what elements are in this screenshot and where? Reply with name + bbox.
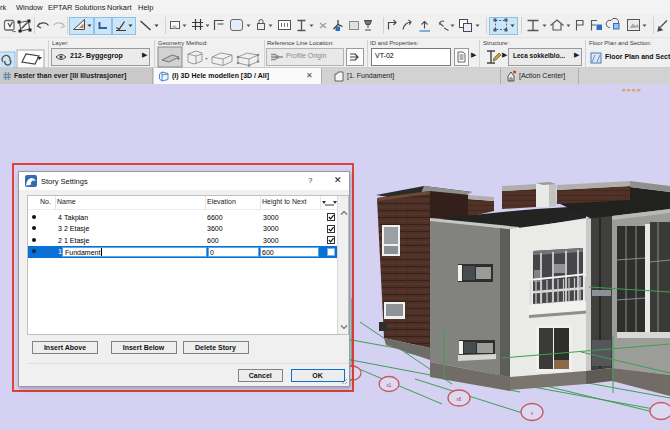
svg-text:x6: x6	[457, 397, 462, 402]
svg-text:x1: x1	[387, 383, 392, 388]
